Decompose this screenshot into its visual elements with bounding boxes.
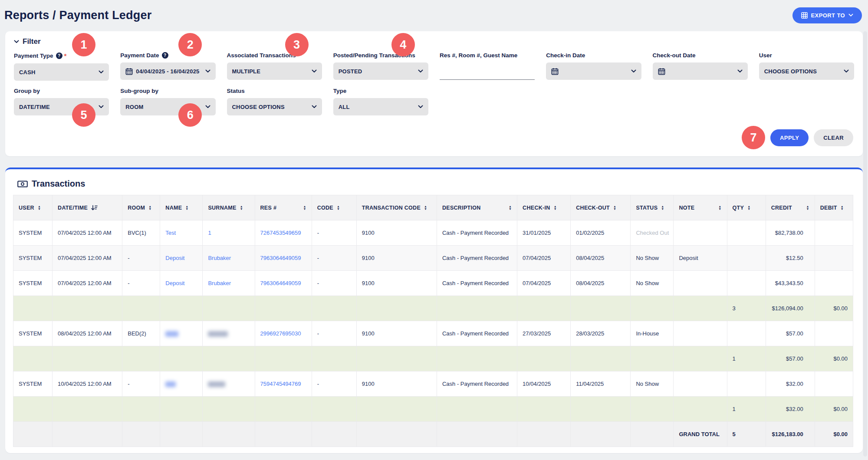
cell-description	[437, 397, 517, 422]
cell-res[interactable]: 7963064649059	[255, 246, 312, 271]
column-header-description[interactable]: DESCRIPTION▲▼	[437, 195, 517, 220]
sort-icon: ▲▼	[747, 205, 750, 210]
check-out-date-select[interactable]	[653, 62, 748, 80]
cell-description: Cash - Payment Recorded	[437, 246, 517, 271]
cell-room: BED(2)	[122, 321, 160, 346]
cell-name[interactable]: Test	[160, 220, 203, 246]
column-header-note[interactable]: NOTE▲▼	[674, 195, 727, 220]
cell-status	[631, 296, 674, 321]
filter-title: Filter	[23, 37, 41, 46]
transactions-title: Transactions	[32, 179, 85, 189]
cell-qty	[727, 271, 766, 296]
calendar-icon	[551, 68, 559, 75]
column-header-code[interactable]: CODE▲▼	[312, 195, 356, 220]
cell-status: No Show	[631, 271, 674, 296]
filter-field-associated-transactions: Associated TransactionsMULTIPLE3	[227, 52, 322, 81]
cell-credit: $57.00	[766, 346, 815, 371]
cell-status	[631, 422, 674, 447]
cell-note: Deposit	[674, 246, 727, 271]
cell-qty: 5	[727, 422, 766, 447]
payment-type-select[interactable]: CASH	[14, 63, 109, 81]
cell-credit: $32.00	[766, 397, 815, 422]
column-header-credit[interactable]: CREDIT▲▼	[766, 195, 815, 220]
cell-res[interactable]: 7267453549659	[255, 220, 312, 246]
required-asterisk: *	[64, 52, 67, 59]
cell-surname[interactable]: Brubaker	[203, 246, 255, 271]
cell-check-out	[571, 346, 631, 371]
vertical-scrollbar[interactable]	[863, 31, 867, 457]
column-header-debit[interactable]: DEBIT▲▼	[815, 195, 853, 220]
cell-date-time: 10/04/2025 12:00 AM	[53, 371, 122, 397]
cell-debit: $0.00	[815, 296, 853, 321]
cell-surname	[203, 296, 255, 321]
cell-user: SYSTEM	[13, 220, 53, 246]
cell-res	[255, 346, 312, 371]
cell-note	[674, 271, 727, 296]
cell-user: SYSTEM	[13, 246, 53, 271]
column-header-transaction-code[interactable]: TRANSACTION CODE▲▼	[356, 195, 437, 220]
cell-check-in: 31/01/2025	[517, 220, 571, 246]
cell-room: -	[122, 271, 160, 296]
cell-date-time	[53, 346, 122, 371]
cell-check-in	[517, 346, 571, 371]
filter-field-check-out-date: Check-out Date	[653, 52, 748, 81]
user-select[interactable]: CHOOSE OPTIONS	[759, 62, 854, 80]
column-header-room[interactable]: ROOM▲▼	[122, 195, 160, 220]
field-label: Associated Transactions	[227, 52, 322, 59]
column-header-check-in[interactable]: CHECK-IN▲▼	[517, 195, 571, 220]
cell-room	[122, 296, 160, 321]
table-row: SYSTEM08/04/2025 12:00 AMBED(2)299692769…	[13, 321, 853, 346]
help-icon[interactable]: ?	[56, 53, 62, 59]
export-to-button[interactable]: EXPORT TO	[792, 7, 862, 23]
transactions-table: USER▲▼DATE/TIMEROOM▲▼NAME▲▼SURNAME▲▼RES …	[13, 195, 853, 447]
cell-check-in	[517, 422, 571, 447]
column-header-date-time[interactable]: DATE/TIME	[53, 195, 122, 220]
apply-button[interactable]: APPLY	[770, 129, 809, 146]
cell-note	[674, 321, 727, 346]
filter-field-type: TypeALL	[333, 88, 428, 115]
column-header-name[interactable]: NAME▲▼	[160, 195, 203, 220]
cell-transaction-code	[356, 422, 437, 447]
help-icon[interactable]: ?	[162, 52, 168, 59]
cell-check-out: 01/02/2025	[571, 220, 631, 246]
cell-code	[312, 296, 356, 321]
payment-date-select[interactable]: 04/04/2025 - 16/04/2025	[120, 62, 215, 80]
cell-surname[interactable]: 1	[203, 220, 255, 246]
table-row: SYSTEM07/04/2025 12:00 AM-DepositBrubake…	[13, 271, 853, 296]
filter-collapse-toggle[interactable]: Filter	[14, 37, 53, 46]
cell-surname	[203, 321, 255, 346]
column-header-res[interactable]: RES #▲▼	[255, 195, 312, 220]
sort-icon: ▲▼	[613, 205, 616, 210]
cell-transaction-code: 9100	[356, 371, 437, 397]
cell-date-time: 07/04/2025 12:00 AM	[53, 220, 122, 246]
cell-res[interactable]: 7963064649059	[255, 271, 312, 296]
posted-pending-transactions-select[interactable]: POSTED	[333, 62, 428, 80]
status-select[interactable]: CHOOSE OPTIONS	[227, 98, 322, 115]
check-in-date-select[interactable]	[546, 62, 641, 80]
cell-debit	[815, 271, 853, 296]
column-header-check-out[interactable]: CHECK-OUT▲▼	[571, 195, 631, 220]
guest-search-input[interactable]	[440, 62, 535, 80]
sort-icon: ▲▼	[554, 205, 557, 210]
column-header-surname[interactable]: SURNAME▲▼	[203, 195, 255, 220]
cell-surname[interactable]: Brubaker	[203, 271, 255, 296]
cell-res[interactable]: 2996927695030	[255, 321, 312, 346]
field-label: Check-in Date	[546, 52, 641, 59]
type-select[interactable]: ALL	[333, 98, 428, 115]
select-value: 04/04/2025 - 16/04/2025	[136, 68, 202, 75]
clear-button[interactable]: CLEAR	[814, 129, 853, 146]
column-header-qty[interactable]: QTY▲▼	[727, 195, 766, 220]
cell-name[interactable]: Deposit	[160, 271, 203, 296]
sort-icon: ▲▼	[841, 205, 844, 210]
column-header-user[interactable]: USER▲▼	[13, 195, 53, 220]
sort-icon: ▲▼	[806, 205, 809, 210]
cell-res[interactable]: 7594745494769	[255, 371, 312, 397]
associated-transactions-select[interactable]: MULTIPLE	[227, 62, 322, 80]
column-header-status[interactable]: STATUS▲▼	[631, 195, 674, 220]
select-value: CASH	[19, 69, 95, 76]
cell-date-time: 08/04/2025 12:00 AM	[53, 321, 122, 346]
cell-surname	[203, 397, 255, 422]
cell-description: Cash - Payment Recorded	[437, 220, 517, 246]
cell-name[interactable]: Deposit	[160, 246, 203, 271]
cell-code: -	[312, 246, 356, 271]
